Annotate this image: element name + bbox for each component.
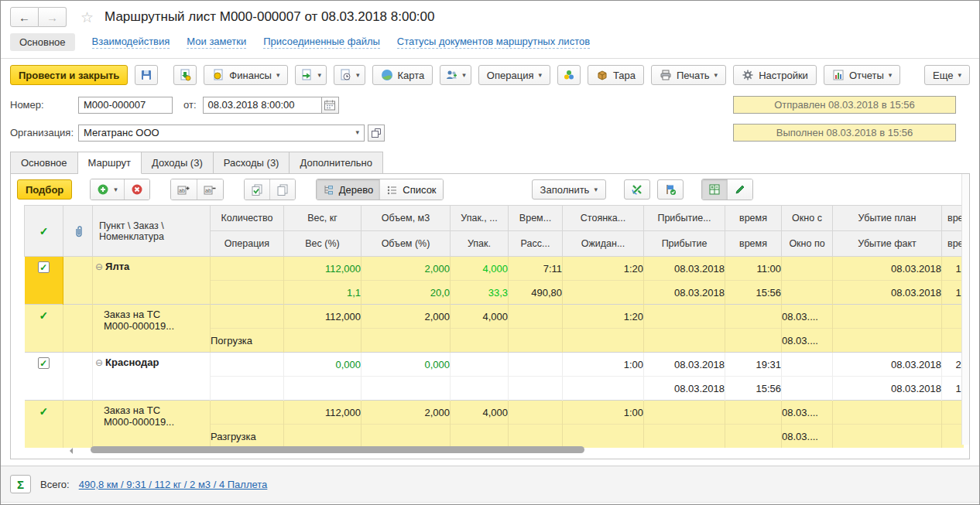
cell-r1-c3[interactable] bbox=[451, 329, 509, 353]
tab-expenses[interactable]: Расходы (3) bbox=[214, 152, 290, 174]
cell-r2-c1[interactable]: 0,000 bbox=[284, 353, 362, 377]
cell-r3-c10[interactable] bbox=[942, 401, 965, 425]
horizontal-scroll-thumb[interactable] bbox=[91, 446, 584, 453]
tab-route[interactable]: Маршрут bbox=[78, 152, 142, 174]
cell-r2-c7[interactable]: 19:31 bbox=[725, 353, 782, 377]
quick-post-button[interactable]: ▾ bbox=[295, 65, 327, 85]
table-row[interactable]: ✓Заказ на ТСМ000-000019...112,0002,0004,… bbox=[25, 401, 965, 425]
cell-r1-c4[interactable] bbox=[509, 305, 563, 329]
cell-r3-c0[interactable]: Разгрузка bbox=[211, 425, 284, 449]
row-clip-cell[interactable] bbox=[63, 257, 93, 305]
horizontal-scrollbar[interactable] bbox=[17, 445, 958, 455]
column-h1-6[interactable]: Прибытие... bbox=[644, 206, 725, 231]
tab-income[interactable]: Доходы (3) bbox=[142, 152, 214, 174]
cell-r0-c0[interactable] bbox=[211, 281, 284, 305]
map-button[interactable]: Карта bbox=[372, 65, 433, 85]
tab-additional[interactable]: Дополнительно bbox=[290, 152, 383, 174]
row-mark-cell[interactable]: ✓ bbox=[25, 305, 63, 353]
cell-r3-c6[interactable] bbox=[644, 425, 725, 449]
number-input[interactable]: М000-000007 bbox=[78, 97, 173, 114]
column-h2-3[interactable]: Упак. bbox=[451, 231, 509, 257]
cell-r2-c5[interactable]: 1:00 bbox=[563, 353, 644, 377]
cell-r3-c6[interactable] bbox=[644, 401, 725, 425]
cell-r0-c8[interactable] bbox=[782, 281, 833, 305]
cell-r2-c6[interactable]: 08.03.2018 bbox=[644, 353, 725, 377]
row-name-cell[interactable]: ⊖Краснодар bbox=[93, 353, 211, 401]
cell-r2-c0[interactable] bbox=[211, 377, 284, 401]
status-badge-sent[interactable]: Отправлен 08.03.2018 в 15:56 bbox=[733, 96, 956, 114]
scroll-left-icon[interactable] bbox=[70, 448, 73, 454]
cell-r3-c3[interactable] bbox=[451, 425, 509, 449]
cell-r0-c2[interactable]: 20,0 bbox=[362, 281, 451, 305]
column-h1-9[interactable]: Убытие план bbox=[833, 206, 942, 231]
cell-r1-c8[interactable]: 08.03.... bbox=[782, 305, 833, 329]
column-h1-4[interactable]: Врем... bbox=[509, 206, 563, 231]
vertical-scrollbar[interactable] bbox=[961, 174, 969, 445]
cell-r3-c4[interactable] bbox=[509, 425, 563, 449]
structure-button[interactable] bbox=[557, 65, 581, 85]
row-name-cell[interactable]: ⊖Ялта bbox=[93, 257, 211, 305]
column-h2-2[interactable]: Объем (%) bbox=[362, 231, 451, 257]
add-group-button[interactable]: ab bbox=[171, 179, 197, 200]
favorite-star-icon[interactable]: ☆ bbox=[81, 9, 94, 26]
add-row-button[interactable]: ▾ bbox=[91, 179, 124, 200]
cell-r1-c9[interactable] bbox=[833, 305, 942, 329]
cell-r3-c7[interactable] bbox=[725, 401, 782, 425]
collapse-icon[interactable]: ⊖ bbox=[95, 357, 103, 368]
column-h1-5[interactable]: Стоянка... bbox=[563, 206, 644, 231]
column-h2-5[interactable]: Ожидан... bbox=[563, 231, 644, 257]
column-h1-2[interactable]: Объем, м3 bbox=[362, 206, 451, 231]
edit-mode-button[interactable] bbox=[727, 179, 752, 200]
column-h2-1[interactable]: Вес (%) bbox=[284, 231, 362, 257]
cell-r3-c5[interactable] bbox=[563, 425, 644, 449]
column-h2-4[interactable]: Расс... bbox=[509, 231, 563, 257]
cell-r0-c4[interactable]: 490,80 bbox=[509, 281, 563, 305]
cell-r1-c5[interactable] bbox=[563, 329, 644, 353]
collapse-icon[interactable]: ⊖ bbox=[95, 261, 103, 272]
cell-r2-c1[interactable] bbox=[284, 377, 362, 401]
cell-r1-c9[interactable] bbox=[833, 329, 942, 353]
cell-r1-c0[interactable] bbox=[211, 305, 284, 329]
cell-r3-c5[interactable]: 1:00 bbox=[563, 401, 644, 425]
cell-r0-c1[interactable]: 1,1 bbox=[284, 281, 362, 305]
more-button[interactable]: Еще ▾ bbox=[924, 65, 970, 85]
cell-r2-c4[interactable] bbox=[509, 353, 563, 377]
save-button[interactable] bbox=[135, 65, 158, 85]
operation-button[interactable]: Операция ▾ bbox=[478, 65, 550, 85]
cell-r3-c3[interactable]: 4,000 bbox=[451, 401, 509, 425]
column-h2-6[interactable]: Прибытие bbox=[644, 231, 725, 257]
cell-r1-c0[interactable]: Погрузка bbox=[211, 329, 284, 353]
cell-r1-c2[interactable] bbox=[362, 329, 451, 353]
status-badge-done[interactable]: Выполнен 08.03.2018 в 15:56 bbox=[733, 124, 956, 142]
route-check-button[interactable] bbox=[657, 179, 684, 200]
grid-mode-button[interactable] bbox=[702, 179, 727, 200]
cell-r3-c1[interactable] bbox=[284, 425, 362, 449]
cell-r3-c2[interactable] bbox=[362, 425, 451, 449]
cell-r2-c8[interactable] bbox=[782, 353, 833, 377]
cell-r2-c9[interactable]: 08.03.2018 bbox=[833, 353, 942, 377]
cell-r0-c8[interactable] bbox=[782, 257, 833, 281]
row-name-cell[interactable]: Заказ на ТСМ000-000019... bbox=[93, 401, 211, 449]
cell-r0-c7[interactable]: 15:56 bbox=[725, 281, 782, 305]
row-clip-cell[interactable] bbox=[63, 305, 93, 353]
column-h1-10[interactable]: время bbox=[942, 206, 965, 231]
column-h2-9[interactable]: Убытие факт bbox=[833, 231, 942, 257]
cell-r0-c4[interactable]: 7:11 bbox=[509, 257, 563, 281]
organization-dropdown-icon[interactable]: ▾ bbox=[355, 129, 359, 136]
cell-r2-c3[interactable] bbox=[451, 353, 509, 377]
cell-r2-c4[interactable] bbox=[509, 377, 563, 401]
cell-r0-c7[interactable]: 11:00 bbox=[725, 257, 782, 281]
cell-r0-c5[interactable]: 1:20 bbox=[563, 257, 644, 281]
cell-r2-c10[interactable]: 20:31 bbox=[942, 353, 965, 377]
nav-link-statuses[interactable]: Статусы документов маршрутных листов bbox=[397, 36, 590, 49]
cell-r1-c1[interactable]: 112,000 bbox=[284, 305, 362, 329]
table-row[interactable]: ✓⊖Ялта112,0002,0004,0007:111:2008.03.201… bbox=[25, 257, 965, 281]
cell-r3-c1[interactable]: 112,000 bbox=[284, 401, 362, 425]
column-h1-1[interactable]: Вес, кг bbox=[284, 206, 362, 231]
podbor-button[interactable]: Подбор bbox=[17, 179, 72, 200]
remove-group-button[interactable]: ab bbox=[197, 179, 223, 200]
reports-button[interactable]: Отчеты ▾ bbox=[824, 65, 900, 85]
date-input[interactable]: 08.03.2018 8:00:00 bbox=[203, 97, 322, 114]
row-clip-cell[interactable] bbox=[63, 401, 93, 449]
cell-r3-c9[interactable] bbox=[833, 425, 942, 449]
